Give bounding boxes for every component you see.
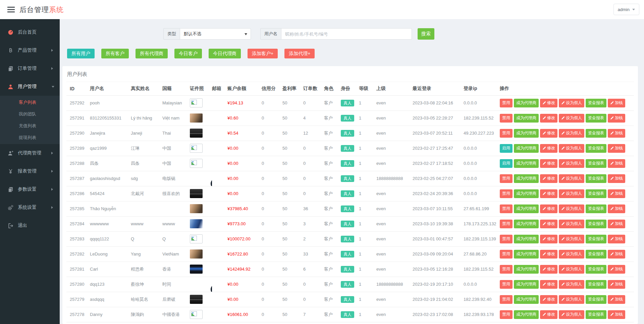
add-money-button[interactable]: 加钱 <box>608 144 625 153</box>
toggle-status-button[interactable]: 禁用 <box>500 295 513 304</box>
today-customers-button[interactable]: 今日客户 <box>174 49 202 58</box>
add-money-button[interactable]: 加钱 <box>608 174 625 183</box>
become-agent-button[interactable]: 成为代理商 <box>514 310 539 319</box>
toggle-status-button[interactable]: 启用 <box>500 159 513 168</box>
add-money-button[interactable]: 加钱 <box>608 129 625 138</box>
edit-button[interactable]: 修改 <box>540 310 557 319</box>
set-fake-button[interactable]: 设为假人 <box>559 250 584 259</box>
fund-report-button[interactable]: 资金报表 <box>586 129 606 138</box>
sidebar-item-agents[interactable]: 代理商管理 <box>0 144 60 162</box>
all-agents-button[interactable]: 所有代理商 <box>136 49 168 58</box>
add-money-button[interactable]: 加钱 <box>608 235 625 243</box>
become-agent-button[interactable]: 成为代理商 <box>514 235 539 243</box>
sidebar-subitem-my-team[interactable]: 我的团队 <box>0 108 60 120</box>
sidebar-subitem-recharge-list[interactable]: 充值列表 <box>0 120 60 132</box>
sidebar-item-users[interactable]: 用户管理 <box>0 78 60 96</box>
edit-button[interactable]: 修改 <box>540 174 557 183</box>
edit-button[interactable]: 修改 <box>540 99 557 107</box>
add-money-button[interactable]: 加钱 <box>608 220 625 228</box>
become-agent-button[interactable]: 成为代理商 <box>514 265 539 274</box>
toggle-status-button[interactable]: 禁用 <box>500 204 513 213</box>
fund-report-button[interactable]: 资金报表 <box>586 220 606 228</box>
set-fake-button[interactable]: 设为假人 <box>559 265 584 274</box>
today-agents-button[interactable]: 今日代理商 <box>209 49 241 58</box>
fund-report-button[interactable]: 资金报表 <box>586 99 606 107</box>
toggle-status-button[interactable]: 禁用 <box>500 174 513 183</box>
set-fake-button[interactable]: 设为假人 <box>559 295 584 304</box>
sidebar-item-params[interactable]: 参数设置 <box>0 180 60 198</box>
become-agent-button[interactable]: 成为代理商 <box>514 250 539 259</box>
add-money-button[interactable]: 加钱 <box>608 280 625 289</box>
fund-report-button[interactable]: 资金报表 <box>586 250 606 259</box>
type-select[interactable]: 默认不选 <box>180 28 251 40</box>
edit-button[interactable]: 修改 <box>540 114 557 123</box>
become-agent-button[interactable]: 成为代理商 <box>514 159 539 168</box>
become-agent-button[interactable]: 成为代理商 <box>514 295 539 304</box>
add-money-button[interactable]: 加钱 <box>608 204 625 213</box>
edit-button[interactable]: 修改 <box>540 189 557 198</box>
toggle-status-button[interactable]: 禁用 <box>500 189 513 198</box>
become-agent-button[interactable]: 成为代理商 <box>514 174 539 183</box>
edit-button[interactable]: 修改 <box>540 250 557 259</box>
fund-report-button[interactable]: 资金报表 <box>586 295 606 304</box>
edit-button[interactable]: 修改 <box>540 129 557 138</box>
all-customers-button[interactable]: 所有客户 <box>101 49 129 58</box>
set-fake-button[interactable]: 设为假人 <box>559 189 584 198</box>
sidebar-item-products[interactable]: 产品管理 <box>0 41 60 59</box>
become-agent-button[interactable]: 成为代理商 <box>514 129 539 138</box>
sidebar-item-system[interactable]: 系统设置 <box>0 198 60 217</box>
set-fake-button[interactable]: 设为假人 <box>559 220 584 228</box>
fund-report-button[interactable]: 资金报表 <box>586 144 606 153</box>
set-fake-button[interactable]: 设为假人 <box>559 159 584 168</box>
admin-user-dropdown[interactable]: admin <box>613 4 639 15</box>
set-fake-button[interactable]: 设为假人 <box>559 204 584 213</box>
toggle-status-button[interactable]: 禁用 <box>500 265 513 274</box>
edit-button[interactable]: 修改 <box>540 220 557 228</box>
sidebar-item-dashboard[interactable]: 后台首页 <box>0 23 60 41</box>
fund-report-button[interactable]: 资金报表 <box>586 265 606 274</box>
become-agent-button[interactable]: 成为代理商 <box>514 99 539 107</box>
add-money-button[interactable]: 加钱 <box>608 189 625 198</box>
sidebar-subitem-customer-list[interactable]: 客户列表 <box>0 96 60 108</box>
add-money-button[interactable]: 加钱 <box>608 159 625 168</box>
edit-button[interactable]: 修改 <box>540 265 557 274</box>
edit-button[interactable]: 修改 <box>540 280 557 289</box>
sidebar-item-orders[interactable]: 订单管理 <box>0 59 60 78</box>
fund-report-button[interactable]: 资金报表 <box>586 235 606 243</box>
add-money-button[interactable]: 加钱 <box>608 310 625 319</box>
edit-button[interactable]: 修改 <box>540 144 557 153</box>
become-agent-button[interactable]: 成为代理商 <box>514 204 539 213</box>
fund-report-button[interactable]: 资金报表 <box>586 204 606 213</box>
fund-report-button[interactable]: 资金报表 <box>586 114 606 123</box>
toggle-status-button[interactable]: 禁用 <box>500 114 513 123</box>
toggle-status-button[interactable]: 启用 <box>500 144 513 153</box>
toggle-status-button[interactable]: 禁用 <box>500 99 513 107</box>
fund-report-button[interactable]: 资金报表 <box>586 189 606 198</box>
set-fake-button[interactable]: 设为假人 <box>559 129 584 138</box>
set-fake-button[interactable]: 设为假人 <box>559 174 584 183</box>
add-money-button[interactable]: 加钱 <box>608 295 625 304</box>
add-money-button[interactable]: 加钱 <box>608 99 625 107</box>
become-agent-button[interactable]: 成为代理商 <box>514 144 539 153</box>
set-fake-button[interactable]: 设为假人 <box>559 310 584 319</box>
add-customer-button[interactable]: 添加客户+ <box>248 49 278 58</box>
set-fake-button[interactable]: 设为假人 <box>559 235 584 243</box>
set-fake-button[interactable]: 设为假人 <box>559 114 584 123</box>
set-fake-button[interactable]: 设为假人 <box>559 144 584 153</box>
toggle-status-button[interactable]: 禁用 <box>500 129 513 138</box>
sidebar-item-reports[interactable]: 报表管理 <box>0 162 60 180</box>
edit-button[interactable]: 修改 <box>540 159 557 168</box>
sidebar-item-logout[interactable]: 退出 <box>0 217 60 235</box>
fund-report-button[interactable]: 资金报表 <box>586 159 606 168</box>
fund-report-button[interactable]: 资金报表 <box>586 310 606 319</box>
set-fake-button[interactable]: 设为假人 <box>559 280 584 289</box>
search-button[interactable]: 搜索 <box>418 28 434 40</box>
become-agent-button[interactable]: 成为代理商 <box>514 280 539 289</box>
sidebar-subitem-withdraw-list[interactable]: 提现列表 <box>0 132 60 143</box>
add-money-button[interactable]: 加钱 <box>608 114 625 123</box>
username-input[interactable] <box>281 28 412 40</box>
toggle-status-button[interactable]: 禁用 <box>500 310 513 319</box>
become-agent-button[interactable]: 成为代理商 <box>514 189 539 198</box>
add-money-button[interactable]: 加钱 <box>608 250 625 259</box>
add-agent-button[interactable]: 添加代理+ <box>284 49 315 58</box>
